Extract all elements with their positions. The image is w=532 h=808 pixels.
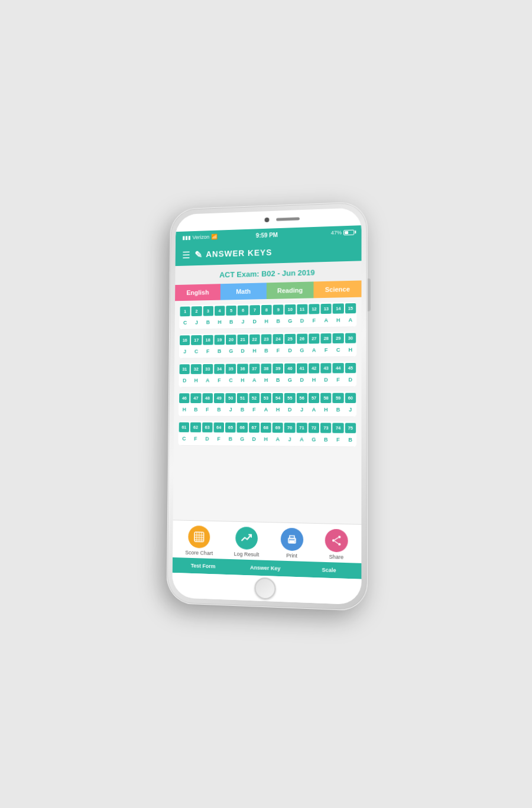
num-cell: 17: [191, 335, 202, 345]
num-cell: 51: [237, 393, 248, 403]
phone-frame: ▮▮▮ Verizon 📶 9:59 PM 47% ☰ ✎ ANSWER KEY: [167, 201, 368, 611]
ans-cell: H: [261, 316, 272, 326]
num-cell: 61: [179, 422, 190, 432]
hamburger-menu[interactable]: ☰: [182, 249, 190, 260]
num-cell: 27: [309, 333, 319, 343]
app-title: ANSWER KEYS: [206, 247, 272, 258]
ans-cell: A: [309, 345, 319, 355]
ans-cell: A: [321, 314, 332, 325]
log-result-button[interactable]: Log Result: [234, 526, 259, 557]
ans-cell: C: [179, 433, 189, 444]
ans-cell: J: [192, 317, 202, 327]
ans-cell: D: [285, 345, 296, 355]
ans-cell: H: [261, 375, 271, 385]
nav-test-form[interactable]: Test Form: [173, 560, 234, 570]
num-cell: 69: [273, 423, 283, 433]
num-cell: 18: [203, 335, 213, 345]
ans-cell: C: [191, 346, 202, 356]
ans-cell: A: [345, 314, 356, 325]
num-cell: 59: [333, 392, 344, 403]
num-cell: 38: [261, 364, 271, 374]
num-cell: 48: [202, 393, 213, 403]
tab-reading[interactable]: Reading: [267, 281, 314, 299]
svg-point-12: [338, 543, 340, 545]
score-chart-label: Score Chart: [185, 549, 213, 556]
phone-inner: ▮▮▮ Verizon 📶 9:59 PM 47% ☰ ✎ ANSWER KEY: [172, 207, 361, 605]
nav-scale[interactable]: Scale: [297, 564, 361, 575]
battery-percent: 47%: [331, 229, 342, 236]
log-result-icon: [235, 526, 258, 549]
num-cell: 10: [285, 304, 296, 314]
num-cell: 66: [237, 422, 248, 432]
screen-content: ACT Exam: B02 - Jun 2019 English Math Re…: [173, 261, 362, 524]
tab-science[interactable]: Science: [313, 280, 361, 298]
num-cell: 62: [190, 422, 201, 432]
battery-fill: [345, 231, 348, 233]
answer-group-1: 161718192021222324252627282930JCFBGDHBFD…: [179, 332, 356, 358]
ans-cell: H: [215, 316, 225, 327]
number-row-3: 464748495051525354555657585960: [179, 391, 356, 403]
tab-math[interactable]: Math: [220, 283, 267, 300]
answer-group-0: 123456789101112131415CJBHBJDHBGDFAHA: [179, 301, 356, 329]
tab-english[interactable]: English: [175, 284, 220, 301]
print-button[interactable]: Print: [280, 527, 303, 559]
ans-cell: A: [309, 404, 319, 415]
signal-bars: ▮▮▮: [182, 235, 190, 241]
num-cell: 49: [214, 393, 225, 403]
ans-cell: D: [284, 404, 295, 415]
num-cell: 42: [309, 363, 319, 373]
num-cell: 34: [214, 364, 225, 374]
svg-line-15: [335, 541, 338, 543]
ans-cell: B: [214, 346, 225, 356]
exam-title: ACT Exam: B02 - Jun 2019: [181, 267, 355, 280]
answer-row-4: CFDFBGDHAJAGBFB: [178, 433, 356, 447]
share-label: Share: [329, 553, 344, 560]
num-cell: 72: [309, 423, 319, 433]
num-cell: 29: [333, 333, 344, 343]
ans-cell: J: [180, 346, 190, 356]
ans-cell: H: [333, 314, 344, 325]
num-cell: 25: [285, 333, 296, 343]
num-cell: 31: [180, 364, 190, 374]
num-cell: 28: [321, 333, 332, 343]
num-cell: 2: [192, 306, 202, 316]
status-right: 47%: [331, 229, 354, 235]
ans-cell: B: [226, 316, 236, 327]
num-cell: 47: [190, 393, 201, 403]
print-icon: [280, 527, 303, 551]
ans-cell: A: [202, 375, 213, 385]
num-cell: 58: [320, 392, 332, 403]
num-cell: 41: [297, 363, 307, 373]
ans-cell: G: [297, 345, 307, 355]
num-cell: 63: [202, 422, 213, 432]
num-cell: 55: [284, 392, 295, 403]
camera-dot: [265, 217, 270, 222]
home-button[interactable]: [254, 577, 275, 599]
carrier-name: Verizon: [193, 233, 210, 240]
ans-cell: F: [333, 374, 344, 385]
ans-cell: B: [237, 404, 248, 415]
share-button[interactable]: Share: [325, 528, 348, 560]
answer-group-4: 616263646566676869707172737475CFDFBGDHAJ…: [178, 421, 356, 447]
ans-cell: F: [320, 345, 332, 355]
num-cell: 56: [296, 392, 307, 403]
ans-cell: B: [273, 374, 283, 385]
ans-cell: A: [261, 404, 271, 415]
num-cell: 23: [261, 334, 271, 344]
nav-answer-key[interactable]: Answer Key: [234, 563, 297, 573]
ans-cell: B: [320, 434, 332, 444]
score-chart-button[interactable]: Score Chart: [185, 525, 213, 556]
num-cell: 19: [214, 335, 225, 345]
ans-cell: H: [179, 404, 190, 415]
ans-cell: F: [273, 345, 283, 356]
num-cell: 67: [249, 422, 259, 432]
ans-cell: C: [180, 317, 190, 327]
ans-cell: B: [333, 404, 344, 415]
num-cell: 36: [237, 364, 248, 374]
num-cell: 20: [226, 335, 236, 345]
ans-cell: J: [238, 316, 248, 327]
ans-cell: B: [345, 434, 356, 444]
ans-cell: G: [226, 345, 236, 356]
svg-rect-9: [290, 540, 294, 543]
ans-cell: C: [333, 344, 344, 355]
